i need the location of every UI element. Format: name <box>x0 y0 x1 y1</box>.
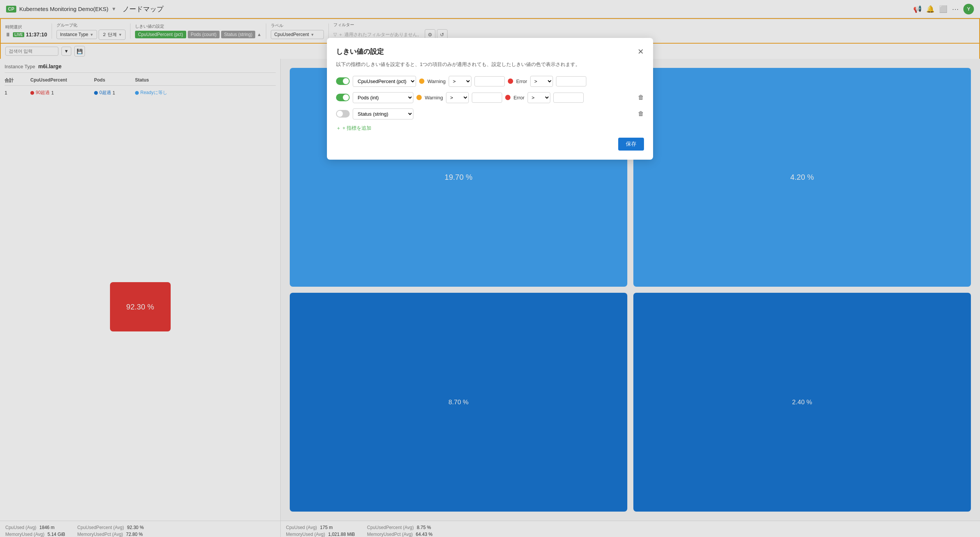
metric-select-2[interactable]: Pods (int) <box>353 92 414 103</box>
error-op-2[interactable]: > <box>528 92 550 103</box>
save-modal-button[interactable]: 保存 <box>618 138 644 151</box>
metric-select-1[interactable]: CpuUsedPercent (pct) <box>353 76 416 87</box>
toggle-pods[interactable] <box>336 94 350 101</box>
modal-footer: 保存 <box>336 138 644 151</box>
modal-title: しきい値の設定 <box>336 47 384 56</box>
error-label-2: Error <box>514 95 525 100</box>
warning-op-2[interactable]: > <box>446 92 469 103</box>
modal-close-button[interactable]: ✕ <box>638 47 644 56</box>
warning-dot-1 <box>419 78 425 84</box>
error-val-1[interactable]: 90 <box>556 76 586 86</box>
add-metric-button[interactable]: ＋ + 指標を追加 <box>336 125 644 132</box>
warning-op-1[interactable]: > <box>449 76 471 87</box>
threshold-row-3: Status (string) 🗑 <box>336 108 644 119</box>
warning-val-1[interactable]: 80 <box>474 76 505 86</box>
toggle-status[interactable] <box>336 110 350 118</box>
threshold-modal: しきい値の設定 ✕ 以下の指標のしきい値を設定すると、1つの項目のみが適用されて… <box>327 38 653 160</box>
error-val-2[interactable]: 10 <box>553 92 584 103</box>
threshold-row-2: Pods (int) Warning > 5 Error > 10 🗑 <box>336 92 644 103</box>
error-dot-1 <box>508 78 513 84</box>
delete-row-2[interactable]: 🗑 <box>638 94 644 101</box>
warning-label-1: Warning <box>428 78 445 84</box>
warning-dot-2 <box>417 95 422 100</box>
error-op-1[interactable]: > <box>530 76 553 87</box>
threshold-row-1: CpuUsedPercent (pct) Warning > 80 Error … <box>336 76 644 87</box>
warning-label-2: Warning <box>425 95 443 100</box>
modal-overlay[interactable]: しきい値の設定 ✕ 以下の指標のしきい値を設定すると、1つの項目のみが適用されて… <box>0 0 980 537</box>
error-label-1: Error <box>516 78 527 84</box>
toggle-cpu[interactable] <box>336 77 350 85</box>
error-dot-2 <box>505 95 511 100</box>
metric-select-3[interactable]: Status (string) <box>353 108 414 119</box>
modal-description: 以下の指標のしきい値を設定すると、1つの項目のみが適用されても、設定したしきい値… <box>336 61 644 68</box>
warning-val-2[interactable]: 5 <box>472 92 502 103</box>
modal-header: しきい値の設定 ✕ <box>336 47 644 56</box>
delete-row-3[interactable]: 🗑 <box>638 110 644 117</box>
